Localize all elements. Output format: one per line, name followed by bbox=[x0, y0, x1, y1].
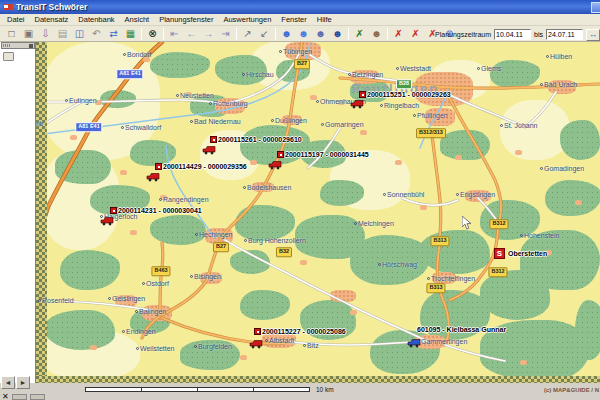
town-label: Engstingen bbox=[456, 191, 495, 198]
connect-in-icon[interactable]: ↙ bbox=[256, 27, 273, 41]
date-to-input[interactable] bbox=[546, 29, 583, 40]
menu-item-planungsfenster[interactable]: Planungsfenster bbox=[154, 14, 218, 25]
worker-icon[interactable]: ☻ bbox=[368, 27, 385, 41]
town-label: Eutingen bbox=[65, 97, 97, 104]
driver-group-icon[interactable]: ☻ bbox=[329, 27, 346, 41]
depot-label-text: Oberstetten bbox=[508, 250, 547, 257]
town-label: Hechingen bbox=[195, 231, 232, 238]
tour-label[interactable]: 2000115261 - 0000029610 bbox=[210, 136, 302, 143]
driver-edit-icon[interactable]: ☻ bbox=[312, 27, 329, 41]
village-patch bbox=[240, 355, 247, 360]
title-bar[interactable]: TransIT Schwörer bbox=[0, 0, 600, 14]
truck-marker-red[interactable] bbox=[146, 168, 160, 186]
minor-road bbox=[225, 52, 300, 104]
menu-item-fenster[interactable]: Fenster bbox=[276, 14, 311, 25]
close-button[interactable] bbox=[591, 2, 600, 13]
town-label: Hohenstein bbox=[520, 232, 559, 239]
save-icon[interactable]: ▤ bbox=[54, 27, 71, 41]
transfer-windows-icon[interactable]: ⇄ bbox=[105, 27, 122, 41]
layer-icon[interactable] bbox=[3, 52, 14, 61]
open-document-icon[interactable]: ▣ bbox=[20, 27, 37, 41]
tour-label-text: 2000114429 - 0000029356 bbox=[163, 163, 247, 170]
tour-label[interactable]: 2000115251 - 0000029263 bbox=[359, 91, 451, 98]
prev-record-icon[interactable]: ← bbox=[183, 27, 200, 41]
town-label: Tübingen bbox=[279, 48, 312, 55]
road-badge-B312: B312 bbox=[488, 267, 507, 277]
menu-item-auswertungen[interactable]: Auswertungen bbox=[218, 14, 276, 25]
map-nav-prev-button[interactable]: ◄ bbox=[1, 376, 15, 389]
tour-label[interactable]: 2000114429 - 0000029356 bbox=[155, 163, 247, 170]
window-stub-1[interactable] bbox=[12, 394, 27, 400]
town-label: Bodelshausen bbox=[243, 184, 291, 191]
town-dot-icon bbox=[142, 282, 145, 285]
tour-anchor-icon bbox=[110, 207, 117, 214]
stop-icon[interactable]: ⊗ bbox=[144, 27, 161, 41]
village-patch bbox=[520, 360, 527, 365]
menu-item-ansicht[interactable]: Ansicht bbox=[120, 14, 155, 25]
import-icon[interactable]: ⇩ bbox=[37, 27, 54, 41]
town-dot-icon bbox=[413, 114, 416, 117]
tour-label-text: 2000115251 - 0000029263 bbox=[367, 91, 451, 98]
export-table-icon[interactable]: ▦ bbox=[122, 27, 139, 41]
town-label: Albstadt bbox=[265, 337, 294, 344]
depot-icon[interactable]: S bbox=[494, 248, 505, 259]
menu-item-datensatz[interactable]: Datensatz bbox=[30, 14, 74, 25]
driver-icon[interactable]: ☻ bbox=[278, 27, 295, 41]
town-label: Dußlingen bbox=[271, 117, 307, 124]
undo-icon[interactable]: ↶ bbox=[88, 27, 105, 41]
driver-add-icon[interactable]: ☻ bbox=[295, 27, 312, 41]
truck-marker-red[interactable] bbox=[268, 156, 282, 174]
town-dot-icon bbox=[159, 198, 162, 201]
first-record-icon[interactable]: ⇤ bbox=[166, 27, 183, 41]
town-label: Bad Niedernau bbox=[190, 118, 241, 125]
road-badge-B28: B28 bbox=[396, 79, 412, 89]
minimized-window-stub[interactable]: ✕ bbox=[2, 394, 45, 400]
delete-tour-icon[interactable]: ✗ bbox=[407, 27, 424, 41]
menu-item-datei[interactable]: Datei bbox=[2, 14, 30, 25]
tour-label[interactable]: 2000115197 - 0000031445 bbox=[277, 151, 369, 158]
tour-label-text: 2000115197 - 0000031445 bbox=[285, 151, 369, 158]
tour-anchor-icon bbox=[254, 328, 261, 335]
town-label: Endingen bbox=[122, 328, 156, 335]
next-record-icon[interactable]: → bbox=[200, 27, 217, 41]
assign-icon[interactable]: ✗ bbox=[351, 27, 368, 41]
date-from-input[interactable] bbox=[494, 29, 531, 40]
road-badge-B27: B27 bbox=[294, 59, 310, 69]
town-dot-icon bbox=[540, 83, 543, 86]
status-bar: ◄ ► 10 km (c) MAP&GUIDE / N ✕ bbox=[0, 383, 600, 400]
town-dot-icon bbox=[194, 345, 197, 348]
tour-label[interactable]: 2000114231 - 0000030041 bbox=[110, 207, 202, 214]
map-view[interactable]: ReutlingenBondorfEutingenNeustettenRotte… bbox=[36, 42, 600, 383]
map-nav-next-button[interactable]: ► bbox=[16, 376, 30, 389]
delete-assignment-icon[interactable]: ✗ bbox=[390, 27, 407, 41]
sep5 bbox=[348, 28, 349, 40]
truck-marker-red[interactable] bbox=[249, 335, 263, 353]
close-icon[interactable]: ✕ bbox=[2, 394, 9, 400]
truck-icon bbox=[350, 99, 364, 109]
truck-marker-blue[interactable] bbox=[407, 334, 421, 352]
town-dot-icon bbox=[500, 124, 503, 127]
new-document-icon[interactable]: □ bbox=[3, 27, 20, 41]
connect-out-icon[interactable]: ↗ bbox=[239, 27, 256, 41]
planning-period-group: Planungszeitraum bis ↔ bbox=[435, 28, 600, 41]
window-stub-2[interactable] bbox=[30, 394, 45, 400]
town-label: Ostdorf bbox=[142, 280, 169, 287]
save-plan-icon[interactable]: ◫ bbox=[71, 27, 88, 41]
truck-marker-red[interactable] bbox=[202, 141, 216, 159]
tour-label[interactable]: 601095 - Kielbassa Gunnar bbox=[417, 326, 506, 333]
menu-item-hilfe[interactable]: Hilfe bbox=[312, 14, 337, 25]
planning-period-label: Planungszeitraum bbox=[435, 31, 491, 38]
sep4 bbox=[275, 28, 276, 40]
town-label: Horb bbox=[36, 120, 43, 127]
date-range-button[interactable]: ↔ bbox=[586, 29, 600, 41]
menu-item-datenbank[interactable]: Datenbank bbox=[73, 14, 119, 25]
river-road bbox=[166, 146, 214, 238]
town-dot-icon bbox=[65, 99, 68, 102]
minimized-window-bar[interactable] bbox=[1, 42, 35, 49]
last-record-icon[interactable]: ⇥ bbox=[217, 27, 234, 41]
village-patch bbox=[455, 155, 462, 160]
town-label: Geislingen bbox=[108, 295, 145, 302]
tour-label[interactable]: 2000115227 - 0000025086 bbox=[254, 328, 346, 335]
left-panel bbox=[0, 42, 36, 383]
truck-marker-red[interactable] bbox=[100, 212, 114, 230]
